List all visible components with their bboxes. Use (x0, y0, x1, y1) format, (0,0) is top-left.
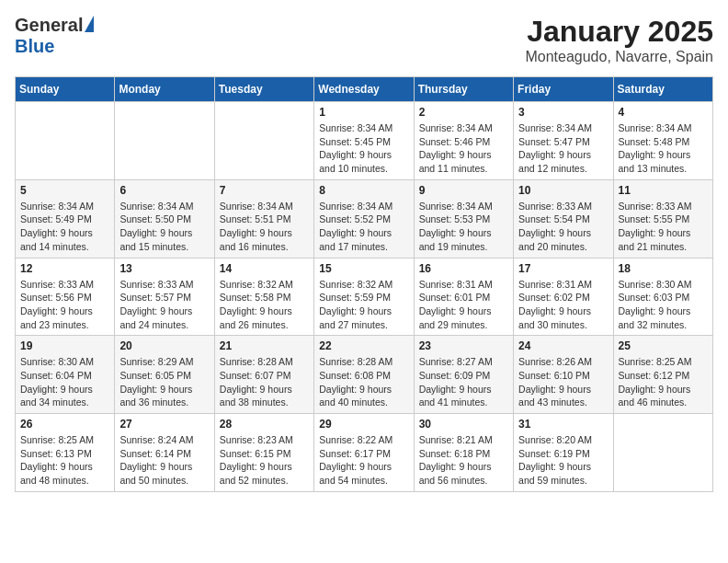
day-number: 19 (20, 339, 109, 352)
day-number: 5 (20, 184, 109, 197)
day-number: 30 (419, 418, 508, 431)
calendar-cell: 21Sunrise: 8:28 AM Sunset: 6:07 PM Dayli… (214, 336, 313, 414)
calendar-cell: 27Sunrise: 8:24 AM Sunset: 6:14 PM Dayli… (115, 414, 214, 492)
day-number: 10 (518, 184, 608, 197)
logo-general-text: General (15, 15, 83, 36)
day-number: 1 (319, 106, 408, 119)
calendar-week-row: 5Sunrise: 8:34 AM Sunset: 5:49 PM Daylig… (16, 179, 713, 258)
day-info: Sunrise: 8:25 AM Sunset: 6:13 PM Dayligh… (20, 433, 109, 488)
day-info: Sunrise: 8:29 AM Sunset: 6:05 PM Dayligh… (119, 355, 209, 409)
day-number: 21 (220, 339, 309, 352)
day-number: 31 (518, 418, 608, 431)
calendar-cell: 14Sunrise: 8:32 AM Sunset: 5:58 PM Dayli… (214, 258, 313, 336)
calendar-cell: 3Sunrise: 8:34 AM Sunset: 5:47 PM Daylig… (514, 102, 613, 180)
weekday-header-sunday: Sunday (16, 77, 115, 102)
calendar-cell: 26Sunrise: 8:25 AM Sunset: 6:13 PM Dayli… (16, 414, 115, 492)
calendar-week-row: 19Sunrise: 8:30 AM Sunset: 6:04 PM Dayli… (16, 336, 713, 414)
calendar-cell: 15Sunrise: 8:32 AM Sunset: 5:59 PM Dayli… (314, 258, 414, 336)
weekday-header-row: SundayMondayTuesdayWednesdayThursdayFrid… (16, 77, 713, 102)
day-info: Sunrise: 8:33 AM Sunset: 5:55 PM Dayligh… (619, 200, 708, 254)
day-number: 12 (20, 262, 109, 275)
day-info: Sunrise: 8:30 AM Sunset: 6:04 PM Dayligh… (20, 355, 109, 409)
month-title: January 2025 (525, 15, 713, 49)
day-info: Sunrise: 8:26 AM Sunset: 6:10 PM Dayligh… (518, 355, 608, 409)
day-number: 23 (419, 339, 508, 352)
day-number: 25 (619, 339, 708, 352)
day-info: Sunrise: 8:31 AM Sunset: 6:01 PM Dayligh… (419, 278, 508, 332)
calendar-cell: 17Sunrise: 8:31 AM Sunset: 6:02 PM Dayli… (514, 258, 613, 336)
day-number: 2 (419, 106, 508, 119)
day-number: 13 (119, 262, 209, 275)
calendar-cell: 16Sunrise: 8:31 AM Sunset: 6:01 PM Dayli… (414, 258, 513, 336)
calendar-cell: 13Sunrise: 8:33 AM Sunset: 5:57 PM Dayli… (115, 258, 214, 336)
calendar-cell (613, 414, 712, 492)
day-info: Sunrise: 8:34 AM Sunset: 5:53 PM Dayligh… (419, 200, 508, 254)
day-info: Sunrise: 8:34 AM Sunset: 5:49 PM Dayligh… (20, 200, 109, 254)
calendar-cell: 9Sunrise: 8:34 AM Sunset: 5:53 PM Daylig… (414, 179, 513, 258)
day-number: 4 (619, 106, 708, 119)
page-header: General Blue January 2025 Monteagudo, Na… (15, 15, 713, 65)
calendar-cell: 23Sunrise: 8:27 AM Sunset: 6:09 PM Dayli… (414, 336, 513, 414)
day-info: Sunrise: 8:22 AM Sunset: 6:17 PM Dayligh… (319, 433, 408, 488)
day-number: 3 (518, 106, 608, 119)
calendar-cell: 19Sunrise: 8:30 AM Sunset: 6:04 PM Dayli… (16, 336, 115, 414)
calendar-cell: 28Sunrise: 8:23 AM Sunset: 6:15 PM Dayli… (214, 414, 313, 492)
day-info: Sunrise: 8:33 AM Sunset: 5:56 PM Dayligh… (20, 278, 109, 332)
weekday-header-thursday: Thursday (414, 77, 513, 102)
calendar-cell: 29Sunrise: 8:22 AM Sunset: 6:17 PM Dayli… (314, 414, 414, 492)
day-number: 18 (619, 262, 708, 275)
title-block: January 2025 Monteagudo, Navarre, Spain (525, 15, 713, 65)
calendar-cell: 30Sunrise: 8:21 AM Sunset: 6:18 PM Dayli… (414, 414, 513, 492)
day-info: Sunrise: 8:31 AM Sunset: 6:02 PM Dayligh… (518, 278, 608, 332)
day-number: 16 (419, 262, 508, 275)
calendar-cell: 11Sunrise: 8:33 AM Sunset: 5:55 PM Dayli… (613, 179, 712, 258)
day-number: 22 (319, 339, 408, 352)
day-number: 6 (119, 184, 209, 197)
calendar-cell: 6Sunrise: 8:34 AM Sunset: 5:50 PM Daylig… (115, 179, 214, 258)
day-number: 24 (518, 339, 608, 352)
day-info: Sunrise: 8:30 AM Sunset: 6:03 PM Dayligh… (619, 278, 708, 332)
day-number: 8 (319, 184, 408, 197)
calendar-cell: 4Sunrise: 8:34 AM Sunset: 5:48 PM Daylig… (613, 102, 712, 180)
weekday-header-friday: Friday (514, 77, 613, 102)
calendar-cell: 2Sunrise: 8:34 AM Sunset: 5:46 PM Daylig… (414, 102, 513, 180)
day-info: Sunrise: 8:34 AM Sunset: 5:47 PM Dayligh… (518, 121, 608, 176)
calendar-cell (16, 102, 115, 180)
day-number: 14 (220, 262, 309, 275)
day-info: Sunrise: 8:34 AM Sunset: 5:52 PM Dayligh… (319, 200, 408, 254)
day-number: 15 (319, 262, 408, 275)
calendar-cell (115, 102, 214, 180)
day-number: 9 (419, 184, 508, 197)
weekday-header-wednesday: Wednesday (314, 77, 414, 102)
logo: General Blue (15, 15, 94, 57)
day-info: Sunrise: 8:32 AM Sunset: 5:58 PM Dayligh… (220, 278, 309, 332)
day-number: 17 (518, 262, 608, 275)
day-info: Sunrise: 8:33 AM Sunset: 5:57 PM Dayligh… (119, 278, 209, 332)
logo-blue-text: Blue (15, 36, 54, 57)
day-number: 29 (319, 418, 408, 431)
calendar-cell: 31Sunrise: 8:20 AM Sunset: 6:19 PM Dayli… (514, 414, 613, 492)
calendar-cell: 24Sunrise: 8:26 AM Sunset: 6:10 PM Dayli… (514, 336, 613, 414)
calendar-cell (214, 102, 313, 180)
day-info: Sunrise: 8:20 AM Sunset: 6:19 PM Dayligh… (518, 433, 608, 488)
calendar-week-row: 12Sunrise: 8:33 AM Sunset: 5:56 PM Dayli… (16, 258, 713, 336)
day-info: Sunrise: 8:34 AM Sunset: 5:50 PM Dayligh… (119, 200, 209, 254)
calendar-cell: 5Sunrise: 8:34 AM Sunset: 5:49 PM Daylig… (16, 179, 115, 258)
day-number: 28 (220, 418, 309, 431)
weekday-header-tuesday: Tuesday (214, 77, 313, 102)
weekday-header-monday: Monday (115, 77, 214, 102)
day-number: 11 (619, 184, 708, 197)
day-number: 20 (119, 339, 209, 352)
day-info: Sunrise: 8:34 AM Sunset: 5:45 PM Dayligh… (319, 121, 408, 176)
calendar-cell: 18Sunrise: 8:30 AM Sunset: 6:03 PM Dayli… (613, 258, 712, 336)
day-number: 27 (119, 418, 209, 431)
day-info: Sunrise: 8:28 AM Sunset: 6:08 PM Dayligh… (319, 355, 408, 409)
calendar-week-row: 26Sunrise: 8:25 AM Sunset: 6:13 PM Dayli… (16, 414, 713, 492)
day-info: Sunrise: 8:24 AM Sunset: 6:14 PM Dayligh… (119, 433, 209, 488)
day-info: Sunrise: 8:34 AM Sunset: 5:51 PM Dayligh… (220, 200, 309, 254)
calendar-cell: 10Sunrise: 8:33 AM Sunset: 5:54 PM Dayli… (514, 179, 613, 258)
calendar-cell: 8Sunrise: 8:34 AM Sunset: 5:52 PM Daylig… (314, 179, 414, 258)
day-info: Sunrise: 8:32 AM Sunset: 5:59 PM Dayligh… (319, 278, 408, 332)
day-info: Sunrise: 8:34 AM Sunset: 5:48 PM Dayligh… (619, 121, 708, 176)
calendar-cell: 20Sunrise: 8:29 AM Sunset: 6:05 PM Dayli… (115, 336, 214, 414)
